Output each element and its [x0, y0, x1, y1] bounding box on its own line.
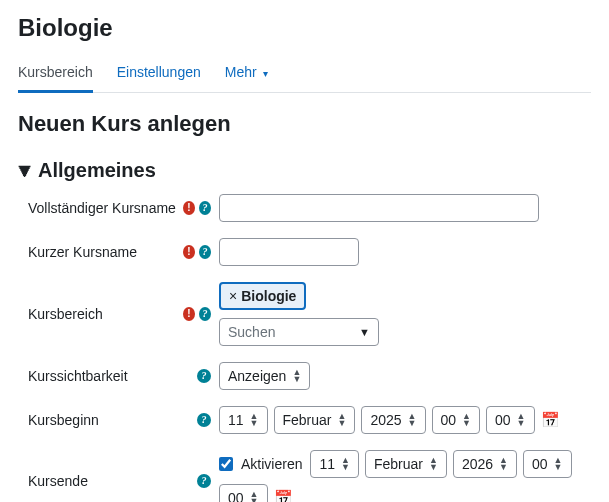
end-minute-select[interactable]: 00▲▼ — [219, 484, 268, 502]
fullname-input[interactable] — [219, 194, 539, 222]
kursbereich-search-placeholder: Suchen — [228, 324, 275, 340]
help-icon[interactable]: ? — [197, 474, 211, 488]
label-shortname: Kurzer Kursname — [18, 244, 183, 260]
help-icon[interactable]: ? — [197, 369, 211, 383]
end-hour-value: 00 — [532, 456, 548, 472]
end-hour-select[interactable]: 00▲▼ — [523, 450, 572, 478]
updown-icon: ▲▼ — [462, 413, 471, 427]
updown-icon: ▲▼ — [341, 457, 350, 471]
updown-icon: ▲▼ — [408, 413, 417, 427]
start-hour-value: 00 — [441, 412, 457, 428]
help-icon[interactable]: ? — [199, 245, 211, 259]
label-fullname: Vollständiger Kursname — [18, 200, 183, 216]
required-icon: ! — [183, 201, 195, 215]
tab-mehr-label: Mehr — [225, 64, 257, 80]
label-enddate: Kursende — [18, 473, 183, 489]
start-month-value: Februar — [283, 412, 332, 428]
row-enddate: Kursende ? Aktivieren 11▲▼ Februar▲▼ 202… — [18, 450, 591, 502]
visibility-select[interactable]: Anzeigen ▲▼ — [219, 362, 310, 390]
start-year-value: 2025 — [370, 412, 401, 428]
row-fullname: Vollständiger Kursname ! ? — [18, 194, 591, 222]
tab-bar: Kursbereich Einstellungen Mehr ▾ — [18, 56, 591, 93]
category-title: Biologie — [18, 14, 591, 42]
kursbereich-search[interactable]: Suchen ▼ — [219, 318, 379, 346]
close-icon[interactable]: × — [229, 288, 237, 304]
calendar-icon[interactable]: 📅 — [541, 411, 560, 429]
end-month-value: Februar — [374, 456, 423, 472]
start-hour-select[interactable]: 00▲▼ — [432, 406, 481, 434]
chevron-down-icon: ▾ — [263, 68, 268, 79]
label-visibility: Kurssichtbarkeit — [18, 368, 183, 384]
start-minute-value: 00 — [495, 412, 511, 428]
shortname-input[interactable] — [219, 238, 359, 266]
label-kursbereich: Kursbereich — [18, 306, 183, 322]
end-month-select[interactable]: Februar▲▼ — [365, 450, 447, 478]
help-icon[interactable]: ? — [197, 413, 211, 427]
dropdown-icon: ▼ — [359, 326, 370, 338]
row-kursbereich: Kursbereich ! ? × Biologie Suchen ▼ — [18, 282, 591, 346]
end-year-select[interactable]: 2026▲▼ — [453, 450, 517, 478]
end-year-value: 2026 — [462, 456, 493, 472]
updown-icon: ▲▼ — [554, 457, 563, 471]
end-day-value: 11 — [319, 456, 335, 472]
kursbereich-chip-label: Biologie — [241, 288, 296, 304]
updown-icon: ▲▼ — [517, 413, 526, 427]
start-year-select[interactable]: 2025▲▼ — [361, 406, 425, 434]
end-enable-checkbox[interactable] — [219, 457, 233, 471]
start-day-value: 11 — [228, 412, 244, 428]
updown-icon: ▲▼ — [429, 457, 438, 471]
tab-einstellungen[interactable]: Einstellungen — [117, 56, 201, 92]
start-day-select[interactable]: 11▲▼ — [219, 406, 268, 434]
row-startdate: Kursbeginn ? 11▲▼ Februar▲▼ 2025▲▼ 00▲▼ … — [18, 406, 591, 434]
tab-kursbereich[interactable]: Kursbereich — [18, 56, 93, 93]
end-day-select[interactable]: 11▲▼ — [310, 450, 359, 478]
chevron-down-icon: ⯆ — [18, 163, 32, 179]
updown-icon: ▲▼ — [499, 457, 508, 471]
updown-icon: ▲▼ — [250, 491, 259, 502]
start-minute-select[interactable]: 00▲▼ — [486, 406, 535, 434]
updown-icon: ▲▼ — [338, 413, 347, 427]
visibility-value: Anzeigen — [228, 368, 286, 384]
label-startdate: Kursbeginn — [18, 412, 183, 428]
kursbereich-chip[interactable]: × Biologie — [219, 282, 306, 310]
end-enable-label: Aktivieren — [241, 456, 302, 472]
start-month-select[interactable]: Februar▲▼ — [274, 406, 356, 434]
calendar-icon[interactable]: 📅 — [274, 489, 293, 502]
required-icon: ! — [183, 307, 195, 321]
section-title: Allgemeines — [38, 159, 156, 182]
row-shortname: Kurzer Kursname ! ? — [18, 238, 591, 266]
end-minute-value: 00 — [228, 490, 244, 502]
help-icon[interactable]: ? — [199, 307, 211, 321]
row-visibility: Kurssichtbarkeit ? Anzeigen ▲▼ — [18, 362, 591, 390]
help-icon[interactable]: ? — [199, 201, 211, 215]
tab-mehr[interactable]: Mehr ▾ — [225, 56, 268, 92]
section-toggle-allgemeines[interactable]: ⯆ Allgemeines — [18, 159, 591, 182]
page-title: Neuen Kurs anlegen — [18, 111, 591, 137]
updown-icon: ▲▼ — [250, 413, 259, 427]
updown-icon: ▲▼ — [292, 369, 301, 383]
required-icon: ! — [183, 245, 195, 259]
